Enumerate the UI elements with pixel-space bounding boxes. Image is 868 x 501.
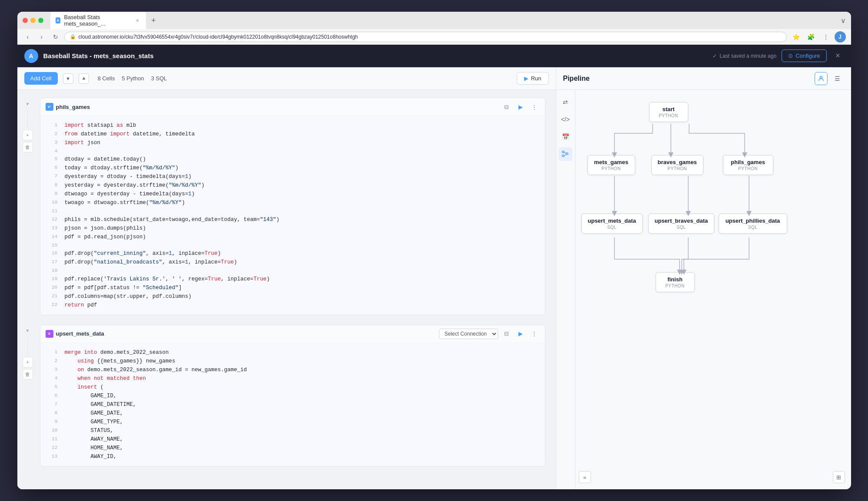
code-line: 3 on demo.mets_2022_season.game_id = new… (40, 366, 545, 374)
reload-button[interactable]: ↻ (50, 32, 61, 42)
sidebar-code-icon[interactable]: </> (558, 112, 572, 126)
sidebar-calendar-icon[interactable]: 📅 (558, 130, 572, 144)
url-text: cloud.astronomer.io/cku7t3fvx59046554xr4… (79, 34, 781, 40)
cell-more-button-2[interactable]: ⋮ (529, 329, 540, 339)
traffic-lights (23, 18, 43, 23)
checkmark-icon: ✓ (713, 53, 717, 59)
pipeline-menu-button[interactable]: ☰ (831, 72, 844, 85)
cell-add-above-1[interactable]: + (23, 357, 33, 367)
cell-collapse-button-0[interactable]: ▼ (23, 99, 33, 109)
browser-menu-button[interactable]: ⋮ (820, 31, 832, 43)
code-line: 13 AWAY_ID, (40, 452, 545, 461)
pipeline-canvas-area: ⇄ </> 📅 (556, 90, 851, 489)
node-start[interactable]: start PYTHON (649, 102, 688, 122)
code-editor-phils[interactable]: 1import statsapi as mlb 2from datetime i… (40, 116, 545, 315)
cell-more-button[interactable]: ⋮ (529, 102, 540, 112)
cell-name-phils: phils_games (56, 104, 502, 110)
cell-delete-0[interactable]: 🗑 (23, 142, 33, 152)
node-mets-games[interactable]: mets_games PYTHON (587, 155, 635, 175)
code-editor-upsert[interactable]: 1merge into demo.mets_2022_season 2 usin… (40, 343, 545, 466)
node-upsert-braves[interactable]: upsert_braves_data SQL (648, 214, 715, 234)
pipeline-user-icon-button[interactable] (815, 72, 828, 85)
close-button[interactable]: × (832, 50, 844, 62)
save-status: ✓ Last saved a minute ago (713, 53, 776, 59)
code-line: 14pdf = pd.read_json(pjson) (40, 233, 545, 241)
cell-phils-games: P phils_games ⊟ ▶ ⋮ (40, 98, 545, 315)
node-braves-games[interactable]: braves_games PYTHON (651, 155, 703, 175)
sidebar-arrows-icon[interactable]: ⇄ (558, 95, 572, 109)
app-title: Baseball Stats - mets_season_stats (43, 52, 713, 59)
code-line: 7dyesterday = dtoday - timedelta(days=1) (40, 172, 545, 181)
add-cell-label: Add Cell (30, 75, 52, 82)
active-tab[interactable]: A Baseball Stats mets_season_... × (50, 12, 146, 30)
code-line: 9dtwoago = dyesterday - timedelta(days=1… (40, 190, 545, 198)
minimize-traffic-light[interactable] (30, 18, 36, 23)
pipeline-expand-button[interactable]: » (579, 471, 591, 483)
cell-stats: 8 Cells 5 Python 3 SQL (98, 75, 167, 82)
code-line: 5 insert ( (40, 383, 545, 392)
cell-actions-phils: ⊟ ▶ ⋮ (502, 102, 540, 112)
cell-filter-button-2[interactable]: ⊟ (502, 329, 512, 339)
pipeline-sidebar: ⇄ </> 📅 (556, 90, 575, 489)
cell-header-upsert: S upsert_mets_data Select Connection ⊟ (40, 325, 545, 343)
new-tab-button[interactable]: + (148, 14, 160, 26)
svg-rect-1 (562, 151, 564, 153)
configure-icon: ⊙ (788, 53, 793, 59)
code-line: 15 (40, 241, 545, 249)
url-bar[interactable]: 🔒 cloud.astronomer.io/cku7t3fvx59046554x… (64, 32, 787, 42)
add-cell-chevron[interactable]: ▼ (63, 73, 73, 84)
node-upsert-mets[interactable]: upsert_mets_data SQL (581, 214, 643, 234)
code-line: 9 GAME_TYPE, (40, 418, 545, 426)
cell-delete-1[interactable]: 🗑 (23, 369, 33, 379)
cell-name-upsert: upsert_mets_data (56, 330, 248, 337)
app-logo: A (24, 49, 38, 63)
tab-favicon: A (56, 17, 61, 23)
toolbar: Add Cell ▼ ▼ 8 Cells 5 Python 3 SQL ▶ Ru… (17, 67, 556, 90)
python-count: 5 Python (122, 75, 144, 82)
code-line: 13pjson = json.dumps(phils) (40, 224, 545, 233)
code-line: 10twoago = dtwoago.strftime("%m/%d/%Y") (40, 198, 545, 207)
cell-sql-icon: S (46, 330, 53, 338)
tab-title: Baseball Stats mets_season_... (64, 14, 131, 27)
svg-point-0 (820, 76, 822, 78)
cell-filter-button[interactable]: ⊟ (502, 102, 512, 112)
app-header: A Baseball Stats - mets_season_stats ✓ L… (17, 45, 851, 67)
back-button[interactable]: ‹ (23, 32, 33, 42)
cell-add-above-0[interactable]: + (23, 130, 33, 140)
configure-button[interactable]: ⊙ Configure (782, 49, 826, 62)
svg-rect-2 (562, 155, 564, 157)
cell-run-button[interactable]: ▶ (515, 102, 526, 112)
browser-menu-chevron[interactable]: ∨ (841, 16, 846, 25)
bookmark-button[interactable]: ⭐ (790, 31, 802, 43)
add-cell-up-button[interactable]: ▼ (79, 73, 89, 84)
lock-icon: 🔒 (70, 34, 76, 40)
code-line: 12phils = mlb.schedule(start_date=twoago… (40, 215, 545, 224)
code-line: 5dtoday = datetime.today() (40, 155, 545, 164)
code-line: 11 (40, 207, 545, 215)
extensions-button[interactable]: 🧩 (805, 31, 817, 43)
connection-select[interactable]: Select Connection (439, 329, 498, 339)
tab-close-button[interactable]: × (135, 17, 141, 24)
profile-avatar[interactable]: J (835, 31, 846, 43)
svg-line-5 (564, 155, 566, 156)
code-line: 17pdf.drop("national_broadcasts", axis=1… (40, 258, 545, 267)
svg-rect-3 (566, 153, 568, 155)
code-line: 2 using {{mets_games}} new_games (40, 357, 545, 366)
code-line: 6today = dtoday.strftime("%m/%d/%Y") (40, 164, 545, 172)
code-line: 4 (40, 147, 545, 155)
configure-label: Configure (795, 53, 820, 59)
add-cell-button[interactable]: Add Cell (24, 72, 58, 85)
cell-run-button-2[interactable]: ▶ (515, 329, 526, 339)
close-traffic-light[interactable] (23, 18, 28, 23)
sidebar-dag-icon[interactable] (558, 147, 572, 161)
pipeline-zoom-button[interactable]: ⊞ (833, 471, 845, 483)
cell-collapse-button-1[interactable]: ▼ (23, 326, 33, 336)
cells-area: ▼ + 🗑 P phils_games (17, 90, 556, 489)
logo-letter: A (29, 53, 33, 59)
node-finish[interactable]: finish PYTHON (656, 272, 695, 292)
run-button[interactable]: ▶ Run (517, 72, 549, 85)
node-phils-games[interactable]: phils_games PYTHON (723, 155, 773, 175)
node-upsert-phillies[interactable]: upsert_phillies_data SQL (719, 214, 787, 234)
maximize-traffic-light[interactable] (38, 18, 43, 23)
forward-button[interactable]: › (36, 32, 47, 42)
